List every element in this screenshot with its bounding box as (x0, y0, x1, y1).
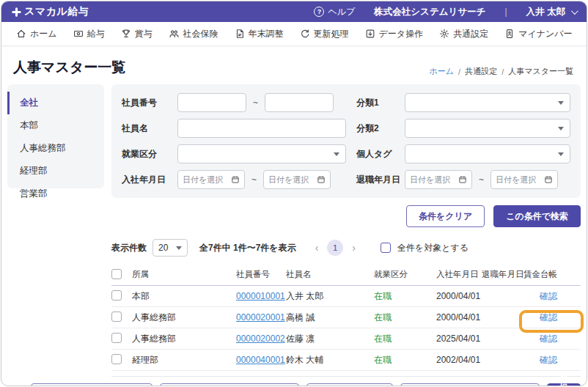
caret-down-icon (558, 127, 564, 130)
nav-item-4[interactable]: 社会保険 (169, 28, 218, 40)
cell-hire-date: 2000/04/01 (436, 291, 482, 301)
search-button[interactable]: この条件で検索 (493, 205, 581, 227)
row-checkbox[interactable] (111, 333, 122, 343)
sidebar-item-人事総務部[interactable]: 人事総務部 (7, 137, 104, 160)
nav-item-label: 年末調整 (249, 28, 284, 40)
employee-no-from-input[interactable] (177, 93, 246, 112)
year-end-adjustment-doc-icon (235, 29, 245, 39)
nav-item-8[interactable]: 共通設定 (439, 28, 488, 40)
data-operation-download-icon (365, 29, 375, 39)
company-name: 株式会社システムリサーチ (374, 6, 485, 18)
page-size-select[interactable]: 20 (152, 239, 188, 257)
sidebar-item-全社[interactable]: 全社 (7, 92, 104, 114)
tilde-separator: ~ (253, 97, 258, 108)
cell-department: 本部 (132, 290, 236, 303)
footer-actions: 事業年度間支払明細書PDF事業年度間勤怠状況一覧表PDF給与基本台帳PDF賃金台… (111, 376, 581, 386)
column-header: 就業区分 (374, 269, 436, 280)
row-checkbox[interactable] (111, 312, 122, 322)
help-link[interactable]: ? ヘルプ (314, 6, 355, 18)
column-header: 退職年月日 (482, 269, 523, 280)
next-page-arrow[interactable]: › (352, 243, 356, 253)
sidebar-item-経理部[interactable]: 経理部 (7, 160, 104, 183)
employee-no-link[interactable]: 0000020001 (236, 312, 285, 322)
header-checkbox[interactable] (111, 269, 122, 279)
prev-page-arrow[interactable]: ‹ (315, 243, 319, 253)
employee-no-to-input[interactable] (265, 93, 334, 112)
nav-item-3[interactable]: 賞与 (121, 28, 152, 40)
employee-no-label: 社員番号 (122, 97, 177, 109)
cell-employee-name: 入井 太郎 (286, 290, 374, 303)
cell-department: 経理部 (132, 354, 236, 366)
cell-employment-status: 在職 (374, 312, 436, 324)
nav-item-label: 更新処理 (314, 28, 349, 40)
ledger-confirm-link[interactable]: 確認 (540, 355, 557, 365)
nav-item-9[interactable]: マイナンバー (504, 28, 572, 40)
employee-no-link[interactable]: 0000040001 (236, 355, 285, 365)
caret-down-icon (176, 246, 182, 250)
cell-department: 人事総務部 (132, 333, 236, 345)
row-checkbox[interactable] (111, 290, 122, 301)
select-all-checkbox[interactable] (381, 243, 391, 253)
user-menu[interactable]: 入井 太郎 (526, 6, 576, 18)
nav-item-1[interactable]: ホーム (16, 28, 57, 40)
top-header-bar: スマカル給与 ? ヘルプ 株式会社システムリサーチ | 入井 太郎 (1, 1, 587, 22)
select-all-label: 全件を対象とする (397, 242, 468, 254)
page-number-button[interactable]: 1 (327, 240, 343, 256)
column-header: 社員番号 (236, 269, 286, 280)
employment-type-select[interactable] (177, 144, 346, 163)
cell-hire-date: 2000/04/01 (436, 312, 482, 322)
employee-no-link[interactable]: 0000010001 (236, 291, 285, 301)
result-summary: 全7件中 1件〜7件を表示 (199, 242, 296, 254)
employee-no-link[interactable]: 0000020002 (236, 333, 285, 344)
category2-select[interactable] (405, 119, 570, 138)
retire-date-from-picker[interactable]: 日付を選択 (405, 170, 472, 189)
nav-item-2[interactable]: 給与 (73, 28, 105, 40)
department-sidebar: 全社本部人事総務部経理部営業部 (7, 84, 104, 188)
breadcrumb-item[interactable]: ホーム (430, 66, 455, 77)
column-header: 賃金台帳 (523, 269, 581, 280)
plus-cross-icon (12, 7, 21, 17)
select-all-control[interactable]: 全件を対象とする (381, 242, 468, 254)
category1-select[interactable] (405, 93, 570, 112)
hire-date-from-picker[interactable]: 日付を選択 (177, 170, 245, 189)
nav-item-7[interactable]: データ操作 (365, 28, 424, 40)
retire-date-label: 退職年月日 (356, 174, 405, 186)
search-filter-panel: 社員番号 ~ 分類1 社員名 分 (111, 84, 581, 198)
ledger-confirm-link[interactable]: 確認 (540, 312, 557, 322)
employee-name-input[interactable] (177, 119, 346, 138)
personal-tag-select[interactable] (405, 144, 570, 163)
retire-date-to-picker[interactable]: 日付を選択 (490, 170, 558, 189)
cell-employee-name: 佐藤 凛 (286, 333, 374, 345)
table-row: 経理部0000040001鈴木 大輔在職2002/04/01確認 (111, 350, 581, 371)
ledger-confirm-link[interactable]: 確認 (540, 333, 557, 344)
app-window: スマカル給与 ? ヘルプ 株式会社システムリサーチ | 入井 太郎 ホーム給与賞… (1, 1, 587, 386)
ledger-confirm-link[interactable]: 確認 (540, 291, 557, 301)
header-separator: | (504, 7, 507, 17)
nav-item-label: 共通設定 (453, 28, 488, 40)
sidebar-item-営業部[interactable]: 営業部 (7, 183, 104, 205)
sidebar-item-本部[interactable]: 本部 (7, 114, 104, 137)
row-checkbox[interactable] (111, 354, 122, 364)
new-registration-button[interactable]: 新規登録 (547, 383, 581, 386)
date-placeholder: 日付を選択 (496, 174, 544, 185)
caret-down-icon (558, 101, 564, 105)
table-row: 人事総務部0000020002佐藤 凛在職2025/04/01確認 (111, 328, 581, 350)
nav-item-6[interactable]: 更新処理 (300, 28, 349, 40)
report-pdf-button[interactable]: 事業年度間勤怠状況一覧表PDF (160, 383, 299, 386)
social-insurance-people-icon (169, 29, 180, 39)
hire-date-to-picker[interactable]: 日付を選択 (263, 170, 331, 189)
nav-item-5[interactable]: 年末調整 (235, 28, 284, 40)
column-header: 所属 (132, 269, 236, 280)
report-pdf-button[interactable]: 事業年度間支払明細書PDF (31, 383, 152, 386)
report-pdf-button[interactable]: 賃金台帳（源泉徴収一覧）PDF (400, 383, 540, 386)
breadcrumb-separator: / (458, 67, 460, 76)
date-placeholder: 日付を選択 (410, 174, 458, 185)
refresh-icon (300, 29, 310, 39)
report-pdf-button[interactable]: 給与基本台帳PDF (306, 383, 393, 386)
clear-conditions-button[interactable]: 条件をクリア (406, 205, 485, 227)
nav-item-label: 賞与 (135, 28, 152, 40)
cell-employee-name: 鈴木 大輔 (286, 354, 374, 366)
nav-item-label: 給与 (87, 28, 105, 40)
hire-date-label: 入社年月日 (122, 174, 177, 186)
calendar-icon (544, 175, 553, 184)
